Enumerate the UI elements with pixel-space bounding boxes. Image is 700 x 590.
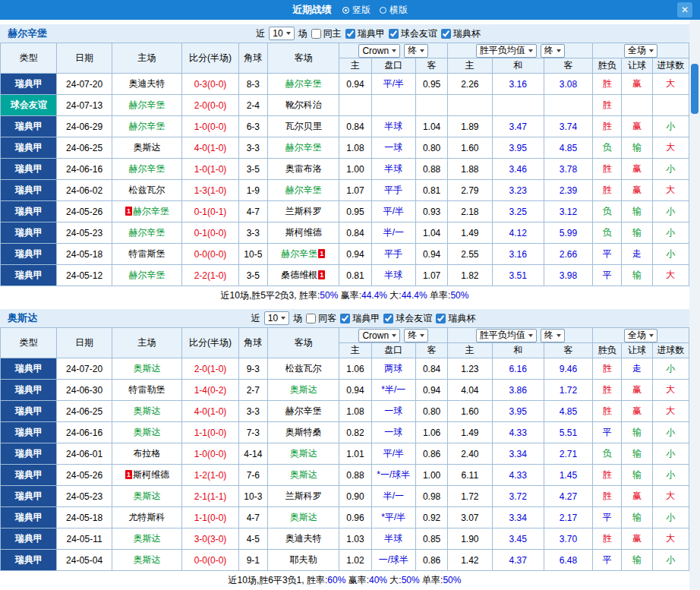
handicap-cell: 平/半 <box>371 201 415 222</box>
odds-home-cell <box>339 95 371 116</box>
match-row[interactable]: 瑞典甲 24-05-23 赫尔辛堡 0-1(0-0) 3-3 斯柯维德 0.84… <box>1 222 689 244</box>
match-count-select[interactable]: 10 <box>264 311 289 325</box>
match-row[interactable]: 瑞典甲 24-05-26 1斯柯维德 1-2(1-0) 7-6 奥斯达 0.88… <box>1 465 689 486</box>
league-filter-friendly[interactable]: 球会友谊 <box>389 27 437 40</box>
final-odds-select[interactable]: 终 <box>404 44 428 58</box>
avg-home-cell: 1.23 <box>448 358 492 380</box>
match-row[interactable]: 瑞典甲 24-06-02 松兹瓦尔 1-3(1-0) 1-9 赫尔辛堡 1.07… <box>1 180 689 201</box>
home-team-name: 奥迪夫特 <box>129 78 166 89</box>
league-filter-friendly[interactable]: 球会友谊 <box>383 312 432 325</box>
match-row[interactable]: 瑞典甲 24-06-01 布拉格 1-0(0-0) 4-14 奥斯达 1.01 … <box>1 443 689 465</box>
goals-cell: 小 <box>652 443 689 465</box>
match-row[interactable]: 瑞典甲 24-05-04 奥斯达 0-0(0-0) 9-1 耶夫勒 1.02 一… <box>1 550 689 571</box>
avg-away-cell: 3.12 <box>544 201 592 222</box>
league-filter-cup[interactable]: 瑞典杯 <box>436 312 475 325</box>
match-row[interactable]: 瑞典甲 24-05-18 尤特斯科 1-1(0-0) 4-7 奥斯达 0.96 … <box>1 507 689 528</box>
league-type-cell: 瑞典甲 <box>1 180 57 201</box>
radio-vertical[interactable]: 竖版 <box>342 4 370 17</box>
away-team-cell: 松兹瓦尔 <box>267 358 339 380</box>
avg-home-cell: 2.26 <box>448 74 492 95</box>
col-away: 客场 <box>267 328 339 358</box>
odds-home-cell: 0.94 <box>339 74 371 95</box>
final-odds-select[interactable]: 终 <box>404 329 428 342</box>
same-away-checkbox[interactable] <box>306 314 316 323</box>
match-row[interactable]: 瑞典甲 24-06-25 奥斯达 4-0(1-0) 3-3 赫尔辛堡 1.08 … <box>1 401 689 422</box>
league3-checkbox[interactable] <box>441 29 451 39</box>
match-count-select[interactable]: 10 <box>269 27 294 40</box>
company-select[interactable]: Crown <box>358 44 400 58</box>
scope-select[interactable]: 全场 <box>624 329 657 342</box>
match-row[interactable]: 球会友谊 24-07-13 赫尔辛堡 2-0(0-0) 2-4 靴尔科治 胜 <box>1 95 689 116</box>
result-cell: 胜 <box>593 380 622 401</box>
league1-checkbox[interactable] <box>345 29 355 39</box>
home-team-name: 奥斯达 <box>134 405 161 416</box>
league3-checkbox[interactable] <box>436 314 446 323</box>
goals-cell: 大 <box>652 265 689 286</box>
result-cell: 胜 <box>593 528 622 550</box>
same-home-filter[interactable]: 同主 <box>311 27 342 40</box>
handicap-result-cell: 赢 <box>622 401 652 422</box>
match-row[interactable]: 瑞典甲 24-06-16 赫尔辛堡 1-0(1-0) 3-5 奥雷布洛 1.00… <box>1 159 689 180</box>
avg-select[interactable]: 胜平负均值 <box>476 44 537 58</box>
score-cell: 2-0(1-0) <box>182 358 238 380</box>
final-avg-select[interactable]: 终 <box>541 44 565 58</box>
match-row[interactable]: 瑞典甲 24-06-16 奥斯达 1-1(0-0) 7-3 奥斯特桑 0.82 … <box>1 422 689 443</box>
date-cell: 24-05-23 <box>57 486 112 507</box>
goals-cell: 大 <box>652 528 689 550</box>
avg-away-cell: 4.85 <box>544 401 592 422</box>
match-row[interactable]: 瑞典甲 24-07-20 奥斯达 2-0(1-0) 9-3 松兹瓦尔 1.06 … <box>1 358 689 380</box>
score-cell: 0-0(0-0) <box>182 244 238 265</box>
close-button[interactable]: ✕ <box>677 2 692 17</box>
corner-cell: 3-3 <box>238 137 267 159</box>
match-row[interactable]: 瑞典甲 24-06-29 赫尔辛堡 1-0(0-0) 6-3 瓦尔贝里 0.84… <box>1 116 689 137</box>
home-team-cell: 奥斯达 <box>112 486 182 507</box>
odds-away-cell <box>415 95 447 116</box>
avg-select[interactable]: 胜平负均值 <box>476 329 537 342</box>
match-row[interactable]: 瑞典甲 24-05-18 特雷斯堡 0-0(0-0) 10-5 赫尔辛堡1 0.… <box>1 244 689 265</box>
league1-checkbox[interactable] <box>340 314 350 323</box>
goals-cell: 大 <box>652 74 689 95</box>
chevron-down-icon <box>528 334 533 337</box>
away-team-cell: 奥斯达 <box>267 507 339 528</box>
scrollbar-thumb[interactable] <box>691 64 698 114</box>
avg-home-cell: 1.60 <box>448 137 492 159</box>
results-table: 类型 日期 主场 比分(半场) 角球 客场 Crown 终 胜平负均值 <box>0 327 689 571</box>
match-row[interactable]: 瑞典甲 24-05-26 1赫尔辛堡 0-1(0-1) 4-7 兰斯科罗 0.9… <box>1 201 689 222</box>
avg-draw-cell: 3.25 <box>492 201 544 222</box>
odds-away-cell: 0.94 <box>415 380 447 401</box>
avg-group-header: 胜平负均值 终 <box>448 328 593 343</box>
result-cell: 负 <box>593 443 622 465</box>
league2-checkbox[interactable] <box>389 29 399 39</box>
match-row[interactable]: 瑞典甲 24-05-11 奥斯达 3-0(3-0) 4-5 奥迪夫特 1.03 … <box>1 528 689 550</box>
league-filter-cup[interactable]: 瑞典杯 <box>441 27 481 40</box>
odd-rate-value: 50% <box>450 290 468 301</box>
col-handicap-result: 让球 <box>622 343 652 358</box>
league-filter-allsvenskan[interactable]: 瑞典甲 <box>340 312 380 325</box>
odds-home-cell: 0.84 <box>339 222 371 244</box>
match-row[interactable]: 瑞典甲 24-06-30 特雷勒堡 1-4(0-2) 2-7 奥斯达 0.94 … <box>1 380 689 401</box>
home-team-cell: 特雷斯堡 <box>112 244 182 265</box>
scope-select[interactable]: 全场 <box>624 44 657 58</box>
radio-horizontal[interactable]: 横版 <box>380 4 408 17</box>
same-home-checkbox[interactable] <box>311 29 321 39</box>
handicap-cell: 平/半 <box>371 443 415 465</box>
col-avg-draw: 和 <box>492 58 544 74</box>
same-away-filter[interactable]: 同客 <box>306 312 336 325</box>
avg-away-cell: 9.46 <box>544 358 592 380</box>
league3-label: 瑞典杯 <box>453 27 481 40</box>
league-filter-allsvenskan[interactable]: 瑞典甲 <box>345 27 385 40</box>
match-row[interactable]: 瑞典甲 24-05-12 赫尔辛堡 2-2(1-0) 3-5 桑德维根1 0.8… <box>1 265 689 286</box>
match-row[interactable]: 瑞典甲 24-06-25 奥斯达 4-0(1-0) 3-3 赫尔辛堡 1.08 … <box>1 137 689 159</box>
scrollbar-track[interactable] <box>689 20 700 590</box>
league-type-cell: 瑞典甲 <box>1 358 57 380</box>
final-avg-select[interactable]: 终 <box>541 329 565 342</box>
odds-away-cell: 0.98 <box>415 486 447 507</box>
team-header-bar: 奥斯达 近 10 场 同客 瑞典甲 球会友谊 瑞典杯 <box>0 309 689 327</box>
away-team-cell: 赫尔辛堡 <box>267 180 339 201</box>
summary-text: 单率: <box>427 290 451 301</box>
match-row[interactable]: 瑞典甲 24-05-23 奥斯达 2-1(1-1) 10-3 兰斯科罗 0.90… <box>1 486 689 507</box>
company-select[interactable]: Crown <box>358 329 400 342</box>
match-row[interactable]: 瑞典甲 24-07-20 奥迪夫特 0-3(0-0) 8-3 赫尔辛堡 0.94… <box>1 74 689 95</box>
league2-checkbox[interactable] <box>383 314 393 323</box>
away-team-name: 奥斯达 <box>290 384 317 395</box>
